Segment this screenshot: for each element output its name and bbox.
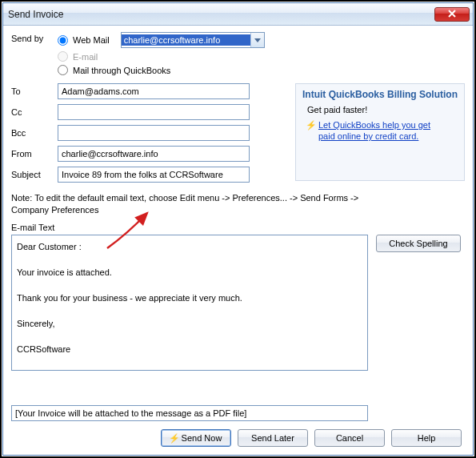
send-now-button[interactable]: ⚡ Send Now [161,429,231,447]
to-input[interactable] [58,83,250,99]
emailtext-label: E-mail Text [11,223,465,232]
send-later-button[interactable]: Send Later [238,429,308,447]
sendby-label: Send by [11,32,58,43]
webmail-account-dropdown[interactable]: charlie@ccrsoftware.info [121,32,265,48]
cc-label: Cc [11,107,58,117]
subject-input[interactable] [58,167,250,183]
chevron-down-icon [250,33,264,47]
radio-webmail-label: Web Mail [73,35,110,45]
radio-email-label: E-mail [73,52,98,62]
email-body-textarea[interactable] [11,235,368,371]
radio-webmail[interactable] [58,35,68,46]
to-label: To [11,86,58,96]
preferences-note: Note: To edit the default email text, ch… [11,192,379,216]
billing-solution-panel: Intuit QuickBooks Billing Solution Get p… [295,83,465,181]
send-invoice-window: Send Invoice Send by Web Mail charlie@cc… [2,2,474,456]
window-title: Send Invoice [8,9,63,20]
dropdown-value: charlie@ccrsoftware.info [122,34,250,46]
from-label: From [11,149,58,159]
subject-label: Subject [11,170,58,179]
radio-quickbooks[interactable] [58,65,68,75]
check-spelling-button[interactable]: Check Spelling [376,235,461,252]
window-content: Send by Web Mail charlie@ccrsoftware.inf… [3,26,473,455]
radio-email [58,51,68,62]
close-button[interactable] [434,7,470,22]
bcc-label: Bcc [11,128,58,138]
billing-link[interactable]: Let QuickBooks help you get paid online … [318,120,430,141]
panel-title: Intuit QuickBooks Billing Solution [302,89,458,100]
from-input[interactable] [58,146,250,162]
bolt-icon: ⚡ [170,432,178,444]
cc-input[interactable] [58,104,250,120]
attachment-note: [Your Invoice will be attached to the me… [11,405,368,421]
cancel-button[interactable]: Cancel [314,429,385,447]
panel-subtitle: Get paid faster! [307,105,458,114]
help-button[interactable]: Help [391,429,462,447]
bcc-input[interactable] [58,125,250,141]
bolt-icon: ⚡ [307,119,315,131]
button-row: ⚡ Send Now Send Later Cancel Help [11,421,465,450]
radio-quickbooks-label: Mail through QuickBooks [73,66,170,75]
close-icon [448,10,456,19]
titlebar: Send Invoice [3,3,473,26]
